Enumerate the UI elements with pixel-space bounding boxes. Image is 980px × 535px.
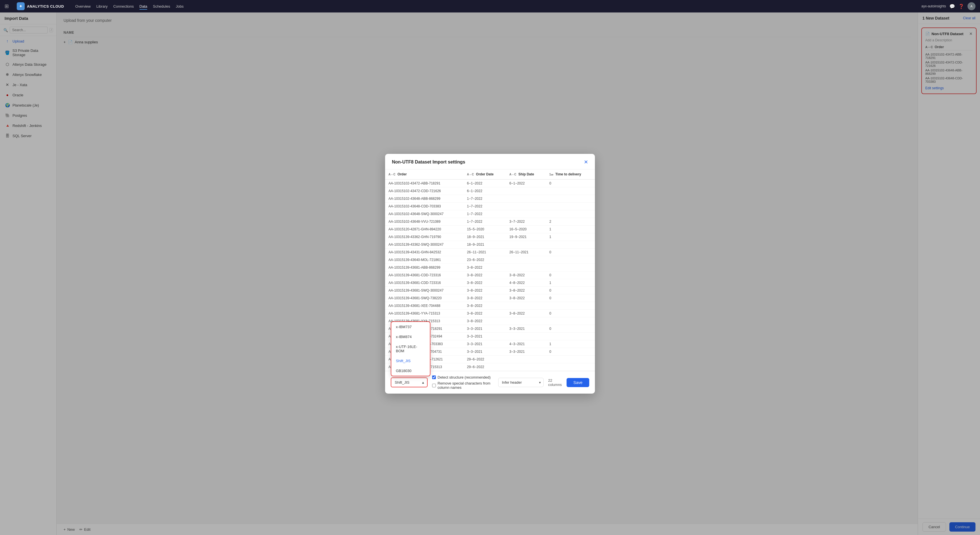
table-cell: AA-10315102-43472-ABB-718291 <box>385 179 464 187</box>
table-cell: 1−7−2022 <box>464 195 506 203</box>
table-cell: 1−7−2022 <box>464 218 506 225</box>
table-cell: 0 <box>546 294 595 302</box>
table-cell <box>506 256 546 264</box>
table-cell: 3−8−2022 <box>506 310 546 318</box>
save-button[interactable]: Save <box>566 378 589 387</box>
table-cell: 0 <box>546 287 595 294</box>
nav-jobs[interactable]: Jobs <box>176 3 183 10</box>
remove-special-label: Remove special characters from column na… <box>438 381 494 390</box>
table-row: AA-10315102-43648-CDD-7033831−7−2022 <box>385 203 595 210</box>
table-cell: 4−8−2022 <box>506 279 546 287</box>
modal-close-button[interactable]: ✕ <box>584 160 588 165</box>
detect-structure-label: Detect structure (recommended) <box>438 375 490 379</box>
col-order-header: A↔C Order <box>385 170 464 179</box>
table-cell: 6−1−2022 <box>464 187 506 195</box>
dropdown-item-gb18030[interactable]: GB18030 <box>391 366 430 376</box>
table-cell: AA-10315139-43362-SWQ-3000247 <box>385 241 464 249</box>
table-cell: 15−5−2020 <box>464 225 506 233</box>
table-row: AA-10315139-43640-MOL-72186123−6−2022 <box>385 256 595 264</box>
logo-icon: ✦ <box>17 2 25 10</box>
account-name: ayx-autoinsights <box>921 4 946 8</box>
table-cell: 0 <box>546 179 595 187</box>
table-cell <box>506 318 546 325</box>
nav-schedules[interactable]: Schedules <box>153 3 170 10</box>
table-cell <box>546 264 595 271</box>
columns-count: 22 columns <box>548 378 562 387</box>
table-cell: 3−8−2022 <box>464 310 506 318</box>
nav-links: Overview Library Connections Data Schedu… <box>75 3 915 10</box>
table-row: AA-10315102-43648-SWQ-30002471−7−2022 <box>385 210 595 218</box>
table-cell <box>506 187 546 195</box>
nav-connections[interactable]: Connections <box>113 3 134 10</box>
dropdown-item-utf16le[interactable]: x-UTF-16LE-BOM <box>391 342 430 356</box>
app-name: ANALYTICS CLOUD <box>27 4 64 8</box>
nav-overview[interactable]: Overview <box>75 3 91 10</box>
table-cell <box>506 363 546 371</box>
nav-library[interactable]: Library <box>96 3 108 10</box>
encoding-select-wrapper: x-IBM737 x-IBM874 x-UTF-16LE-BOM Shift_J… <box>391 378 428 387</box>
table-cell: AA-10315139-43640-MOL-721861 <box>385 256 464 264</box>
table-cell: AA-10315139-43681-ABB-868299 <box>385 264 464 271</box>
col-time-header: 1₂₃ Time to delivery <box>546 170 595 179</box>
table-row: AA-10315139-43681-CDD-7233163−8−20224−8−… <box>385 279 595 287</box>
table-cell: AA-10315139-43431-GHN-842532 <box>385 249 464 256</box>
table-cell: AA-10315139-43681-SWQ-738220 <box>385 294 464 302</box>
table-row: AA-10315139-43681-XEE-7044883−8−2022 <box>385 302 595 310</box>
table-cell: 18−9−2021 <box>464 233 506 241</box>
table-cell <box>546 195 595 203</box>
table-cell <box>506 333 546 340</box>
table-cell: 0 <box>546 310 595 318</box>
table-cell: 29−6−2022 <box>464 363 506 371</box>
table-row: AA-10315139-43681-SWQ-30002473−8−20223−8… <box>385 287 595 294</box>
table-cell: 3−3−2021 <box>506 348 546 356</box>
nav-data[interactable]: Data <box>140 3 147 10</box>
header-dropdown[interactable]: Infer header <box>498 378 544 387</box>
encoding-select[interactable]: Shift_JIS <box>391 378 428 387</box>
table-cell <box>506 264 546 271</box>
table-cell: 0 <box>546 325 595 333</box>
remove-special-checkbox[interactable] <box>432 384 436 387</box>
table-cell: 3−8−2022 <box>464 318 506 325</box>
table-cell: 1 <box>546 233 595 241</box>
table-cell: AA-10315102-43648-CDD-703383 <box>385 203 464 210</box>
header-dropdown-wrapper: Infer header ▾ <box>498 378 544 387</box>
table-cell <box>546 203 595 210</box>
table-cell <box>506 203 546 210</box>
avatar[interactable]: A <box>967 2 975 10</box>
table-cell: 6−1−2022 <box>464 179 506 187</box>
table-cell: 6−1−2022 <box>506 179 546 187</box>
chat-icon[interactable]: 💬 <box>950 4 955 9</box>
table-cell <box>546 356 595 363</box>
col-order-date-header: A↔C Order Date <box>464 170 506 179</box>
dropdown-item-ibm737[interactable]: x-IBM737 <box>391 322 430 332</box>
help-icon[interactable]: ❓ <box>958 4 964 9</box>
table-cell: 3−3−2021 <box>464 325 506 333</box>
table-cell <box>546 256 595 264</box>
table-row: AA-10315102-43472-CDD-7216266−1−2022 <box>385 187 595 195</box>
table-cell <box>546 363 595 371</box>
detect-structure-checkbox[interactable] <box>432 375 436 379</box>
dropdown-item-ibm874[interactable]: x-IBM874 <box>391 332 430 342</box>
table-row: AA-10315139-43681-ABB-8682993−8−2022 <box>385 264 595 271</box>
table-cell: 1−7−2022 <box>464 210 506 218</box>
table-cell: 18−9−2021 <box>464 241 506 249</box>
table-cell: 3−8−2022 <box>464 302 506 310</box>
table-cell: AA-10315139-43681-SWQ-3000247 <box>385 287 464 294</box>
table-cell <box>546 241 595 249</box>
text-type-icon: A↔C <box>467 173 474 176</box>
table-cell: 26−11−2021 <box>464 249 506 256</box>
dropdown-item-shiftjis[interactable]: Shift_JIS <box>391 356 430 366</box>
table-cell: 3−3−2021 <box>506 325 546 333</box>
table-cell: AA-10315139-43681-CDD-723316 <box>385 271 464 279</box>
table-cell: 19−9−2021 <box>506 233 546 241</box>
table-cell <box>506 241 546 249</box>
table-cell: 3−3−2021 <box>464 340 506 348</box>
table-cell: 3−8−2022 <box>506 287 546 294</box>
logo-area: ✦ ANALYTICS CLOUD <box>17 2 64 10</box>
table-cell: 0 <box>546 271 595 279</box>
table-cell: 3−3−2021 <box>464 333 506 340</box>
table-row: AA-10315139-43431-GHN-84253226−11−202126… <box>385 249 595 256</box>
table-cell: 3−8−2022 <box>464 294 506 302</box>
text-type-icon: A↔C <box>509 173 516 176</box>
table-cell: 3−8−2022 <box>506 271 546 279</box>
